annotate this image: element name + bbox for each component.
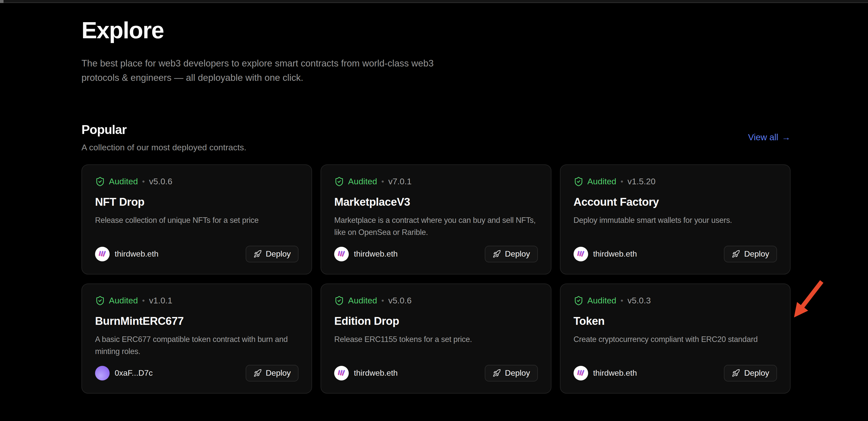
dot-separator: • [142,177,145,186]
audited-badge: Audited [109,296,138,305]
contract-card[interactable]: Audited • v1.5.20 Account Factory Deploy… [560,164,790,275]
contract-description: Create cryptocurrency compliant with ERC… [574,333,777,345]
card-footer: thirdweb.eth Deploy [334,246,537,262]
thirdweb-logo-icon [577,370,585,377]
publisher-avatar [95,247,110,261]
contract-description: Marketplace is a contract where you can … [334,214,537,238]
deploy-label: Deploy [744,368,769,378]
window-top-edge [0,0,868,3]
thirdweb-logo-icon [98,251,106,258]
deploy-label: Deploy [744,249,769,259]
publisher-name: thirdweb.eth [593,249,637,259]
audited-badge: Audited [109,176,138,186]
publisher-name: 0xaF...D7c [115,368,153,378]
popular-header: Popular A collection of our most deploye… [82,122,790,152]
version-label: v7.0.1 [388,176,412,186]
shield-check-icon [334,176,344,187]
right-arrow-icon: → [782,132,790,142]
rocket-icon [253,369,262,377]
badge-row: Audited • v1.5.20 [574,176,777,187]
contract-title[interactable]: BurnMintERC677 [95,315,299,327]
deploy-label: Deploy [505,368,530,378]
publisher-avatar [95,366,110,381]
deploy-button[interactable]: Deploy [724,246,777,262]
rocket-icon [493,369,501,377]
publisher[interactable]: thirdweb.eth [95,247,158,261]
publisher[interactable]: thirdweb.eth [574,366,637,381]
annotation-arrow-icon [786,277,832,324]
publisher-avatar [334,247,349,261]
card-footer: thirdweb.eth Deploy [574,246,777,262]
publisher[interactable]: thirdweb.eth [334,247,398,261]
shield-check-icon [334,296,344,306]
contract-title[interactable]: Token [574,315,777,327]
publisher-avatar [574,366,588,381]
audited-badge: Audited [587,296,616,305]
popular-subtitle: A collection of our most deployed contra… [82,142,246,152]
publisher-name: thirdweb.eth [354,368,398,378]
contract-card[interactable]: Audited • v7.0.1 MarketplaceV3 Marketpla… [320,164,551,275]
audited-badge: Audited [348,176,377,186]
badge-row: Audited • v7.0.1 [334,176,537,187]
deploy-label: Deploy [266,249,291,259]
thirdweb-logo-icon [337,251,346,258]
publisher[interactable]: 0xaF...D7c [95,366,153,381]
card-footer: thirdweb.eth Deploy [95,246,299,262]
dot-separator: • [381,177,385,186]
audited-badge: Audited [587,176,616,186]
publisher-name: thirdweb.eth [115,249,158,259]
shield-check-icon [574,176,584,187]
deploy-button[interactable]: Deploy [485,246,538,262]
rocket-icon [253,250,262,258]
badge-row: Audited • v5.0.6 [334,296,537,306]
publisher[interactable]: thirdweb.eth [574,247,637,261]
badge-row: Audited • v5.0.3 [574,296,777,306]
publisher-name: thirdweb.eth [593,368,637,378]
popular-section: Popular A collection of our most deploye… [82,122,790,394]
contract-title[interactable]: Account Factory [574,196,777,208]
popular-heading-block: Popular A collection of our most deploye… [82,122,246,152]
card-footer: thirdweb.eth Deploy [574,365,777,382]
deploy-button[interactable]: Deploy [246,365,299,382]
rocket-icon [732,250,740,258]
version-label: v5.0.6 [149,176,173,186]
shield-check-icon [574,296,584,306]
thirdweb-logo-icon [337,370,346,377]
contract-card[interactable]: Audited • v5.0.6 NFT Drop Release collec… [82,164,312,275]
publisher-name: thirdweb.eth [354,249,398,259]
popular-title: Popular [82,122,246,137]
version-label: v5.0.3 [628,296,651,305]
version-label: v5.0.6 [388,296,412,305]
rocket-icon [493,250,501,258]
badge-row: Audited • v5.0.6 [95,176,299,187]
card-footer: thirdweb.eth Deploy [334,365,537,382]
contract-card[interactable]: Audited • v5.0.6 Edition Drop Release ER… [320,283,551,394]
version-label: v1.5.20 [628,176,656,186]
shield-check-icon [95,176,105,187]
version-label: v1.0.1 [149,296,173,305]
explore-page: Explore The best place for web3 develope… [82,3,790,394]
contract-description: Release collection of unique NFTs for a … [95,214,299,226]
contract-description: Deploy immutable smart wallets for your … [574,214,777,226]
page-title: Explore [82,19,790,42]
contracts-grid: Audited • v5.0.6 NFT Drop Release collec… [82,164,790,394]
card-footer: 0xaF...D7c Deploy [95,365,299,382]
deploy-button[interactable]: Deploy [724,365,777,382]
dot-separator: • [620,297,624,305]
contract-card[interactable]: Audited • v1.0.1 BurnMintERC677 A basic … [82,283,312,394]
deploy-button[interactable]: Deploy [246,246,299,262]
publisher-avatar [334,366,349,381]
contract-title[interactable]: Edition Drop [334,315,537,327]
dot-separator: • [620,177,624,186]
contract-title[interactable]: MarketplaceV3 [334,196,537,208]
deploy-button[interactable]: Deploy [485,365,538,382]
window-corner-notch [0,0,3,3]
publisher[interactable]: thirdweb.eth [334,366,398,381]
contract-title[interactable]: NFT Drop [95,196,299,208]
view-all-link[interactable]: View all → [748,132,790,142]
dot-separator: • [381,297,385,305]
dot-separator: • [142,297,145,305]
contract-card[interactable]: Audited • v5.0.3 Token Create cryptocurr… [560,283,790,394]
contract-description: Release ERC1155 tokens for a set price. [334,333,537,345]
publisher-avatar [574,247,588,261]
